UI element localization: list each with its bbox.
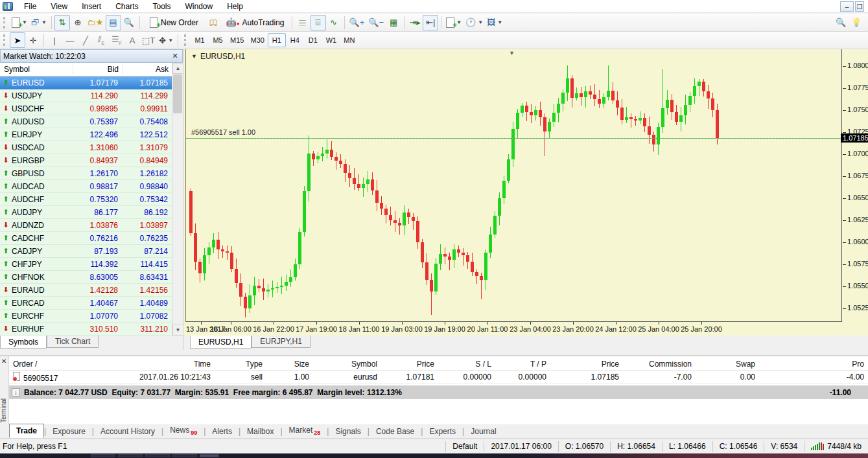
timeframe-h1[interactable]: H1	[268, 33, 286, 47]
tile-windows-button[interactable]: ▦	[386, 15, 401, 30]
terminal-tab-code-base[interactable]: Code Base	[369, 425, 421, 438]
scroll-up-icon[interactable]: ▲	[172, 63, 183, 74]
chart-tab-eurjpy-h1[interactable]: EURJPY,H1	[252, 336, 310, 348]
menu-help[interactable]: Help	[220, 0, 250, 13]
timeframe-h4[interactable]: H4	[286, 33, 304, 47]
status-segment[interactable]: O: 1.06570	[558, 441, 610, 452]
orders-column-price[interactable]: Price	[381, 360, 438, 369]
orders-column-time[interactable]: Time	[82, 360, 215, 369]
close-icon[interactable]: ✕	[1, 358, 6, 365]
market-watch-row[interactable]: ⬆GBPUSD1.261701.26182	[0, 167, 172, 180]
restore-button[interactable]: ❐	[855, 1, 864, 12]
terminal-tab-journal[interactable]: Journal	[464, 425, 502, 438]
timeframe-m5[interactable]: M5	[209, 33, 227, 47]
time-axis[interactable]: 13 Jan 201716 Jan 06:0016 Jan 22:0017 Ja…	[183, 322, 868, 336]
column-ask[interactable]: Ask	[123, 65, 172, 74]
status-segment[interactable]: 2017.01.17 06:00	[484, 441, 557, 452]
market-watch-tab-symbols[interactable]: Symbols	[0, 336, 47, 349]
orders-column-type[interactable]: Type	[215, 360, 266, 369]
help-lamp-button[interactable]: 💡	[849, 15, 864, 30]
chart-plot-area[interactable]: ▼ EURUSD,H1 #56905517 sell 1.00 ▼	[185, 49, 842, 322]
timeframe-mn[interactable]: MN	[340, 33, 358, 47]
market-watch-row[interactable]: ⬇AUDNZD1.038761.03897	[0, 219, 172, 232]
vertical-line-button[interactable]: |	[47, 32, 62, 48]
expert-advisors-button[interactable]: 🕮	[206, 15, 222, 30]
terminal-tab-news[interactable]: News99	[163, 424, 204, 438]
toolbar-drag-handle[interactable]	[3, 34, 8, 46]
search-button[interactable]: 🔍	[833, 15, 849, 30]
terminal-tab-mailbox[interactable]: Mailbox	[240, 425, 280, 438]
status-segment[interactable]: C: 1.06546	[712, 441, 764, 452]
autotrading-button[interactable]: 🤖● AutoTrading	[222, 15, 289, 30]
timeframe-m1[interactable]: M1	[191, 33, 209, 47]
market-watch-row[interactable]: ⬆AUDCHF0.753200.75342	[0, 193, 172, 206]
column-bid[interactable]: Bid	[73, 65, 123, 74]
terminal-tab-experts[interactable]: Experts	[423, 425, 462, 438]
periods-button[interactable]: 🕐▼	[463, 15, 485, 30]
menu-view[interactable]: View	[43, 0, 75, 13]
menu-file[interactable]: File	[17, 0, 43, 13]
trendline-button[interactable]: ╱	[78, 32, 93, 48]
cursor-button[interactable]: ➤	[10, 32, 25, 48]
market-watch-row[interactable]: ⬆EURUSD1.071791.07185	[0, 76, 172, 89]
templates-button[interactable]: 🖼▼	[485, 15, 504, 30]
new-chart-button[interactable]: +▼	[10, 15, 29, 30]
market-watch-row[interactable]: ⬆AUDCAD0.988170.98840	[0, 180, 172, 193]
status-segment[interactable]: V: 6534	[764, 441, 804, 452]
line-chart-button[interactable]: ∿	[326, 15, 342, 30]
market-watch-row[interactable]: ⬆CADCHF0.762160.76235	[0, 232, 172, 245]
text-label-button[interactable]: ⬚T	[140, 32, 157, 48]
orders-column-price[interactable]: Price	[550, 360, 623, 369]
order-row[interactable]: 569055172017.01.26 10:21:43sell1.00eurus…	[9, 371, 868, 384]
timeframe-w1[interactable]: W1	[322, 33, 340, 47]
crosshair-button[interactable]: ✛	[25, 32, 41, 48]
market-watch-row[interactable]: ⬇USDCHF0.998950.99911	[0, 102, 172, 115]
terminal-tab-account-history[interactable]: Account History	[94, 425, 161, 438]
navigator-button[interactable]: 🗀★	[86, 15, 106, 30]
bar-chart-button[interactable]: 𝄙	[295, 15, 311, 30]
candlestick-chart-button[interactable]: ⌹	[311, 15, 326, 30]
close-icon[interactable]: ✕	[170, 52, 180, 60]
terminal-toggle[interactable]: ▤	[106, 15, 121, 30]
channel-button[interactable]: ⫽E	[93, 32, 109, 48]
market-watch-row[interactable]: ⬆EURCAD1.404671.40489	[0, 297, 172, 310]
timeframe-m30[interactable]: M30	[247, 33, 267, 47]
chart-shift-button[interactable]: ⇤|	[423, 15, 438, 30]
market-watch-row[interactable]: ⬇EURAUD1.421281.42156	[0, 284, 172, 297]
new-order-button[interactable]: + New Order	[143, 15, 206, 30]
indicators-button[interactable]: +▼	[444, 15, 463, 30]
terminal-tab-alerts[interactable]: Alerts	[205, 425, 239, 438]
minimize-button[interactable]: –	[840, 1, 854, 12]
orders-column-symbol[interactable]: Symbol	[313, 360, 381, 369]
orders-column-commission[interactable]: Commission	[623, 360, 696, 369]
market-watch-row[interactable]: ⬆EURJPY122.496122.512	[0, 128, 172, 141]
terminal-tab-trade[interactable]: Trade	[9, 424, 44, 438]
zoom-in-button[interactable]: 🔍+	[347, 15, 367, 30]
timeframe-m15[interactable]: M15	[227, 33, 247, 47]
status-segment[interactable]: Default	[445, 441, 484, 452]
market-watch-row[interactable]: ⬇USDJPY114.290114.299	[0, 89, 172, 102]
market-watch-row[interactable]: ⬆CHFJPY114.392114.415	[0, 258, 172, 271]
orders-column-size[interactable]: Size	[266, 360, 313, 369]
menu-charts[interactable]: Charts	[108, 0, 145, 13]
market-watch-row[interactable]: ⬆AUDUSD0.753970.75408	[0, 115, 172, 128]
timeframe-d1[interactable]: D1	[304, 33, 322, 47]
terminal-tab-signals[interactable]: Signals	[329, 425, 367, 438]
market-watch-row[interactable]: ⬇EURGBP0.849370.84949	[0, 154, 172, 167]
arrows-button[interactable]: ✥▼	[157, 32, 175, 48]
zoom-out-button[interactable]: 🔍−	[366, 15, 386, 30]
profiles-button[interactable]: 🗗▼	[29, 15, 49, 30]
market-watch-row[interactable]: ⬆CHFNOK8.630058.63431	[0, 271, 172, 284]
menu-insert[interactable]: Insert	[75, 0, 108, 13]
terminal-tab-exposure[interactable]: Exposure	[46, 425, 92, 438]
market-watch-row[interactable]: ⬇USDCAD1.310601.31079	[0, 141, 172, 154]
market-watch-row[interactable]: ⬆CADJPY87.19387.214	[0, 245, 172, 258]
chart-tab-eurusd-h1[interactable]: EURUSD,H1	[190, 336, 252, 349]
horizontal-line-button[interactable]: —	[62, 32, 78, 48]
price-axis[interactable]: 1.08001.07751.07501.07251.07001.06751.06…	[843, 49, 868, 322]
orders-column-swap[interactable]: Swap	[696, 360, 759, 369]
status-segment[interactable]: H: 1.06654	[610, 441, 662, 452]
column-symbol[interactable]: Symbol	[0, 65, 73, 74]
market-watch-row[interactable]: ⬆AUDJPY86.17786.192	[0, 206, 172, 219]
market-watch-row[interactable]: ⬇EURHUF310.510311.210	[0, 323, 172, 336]
